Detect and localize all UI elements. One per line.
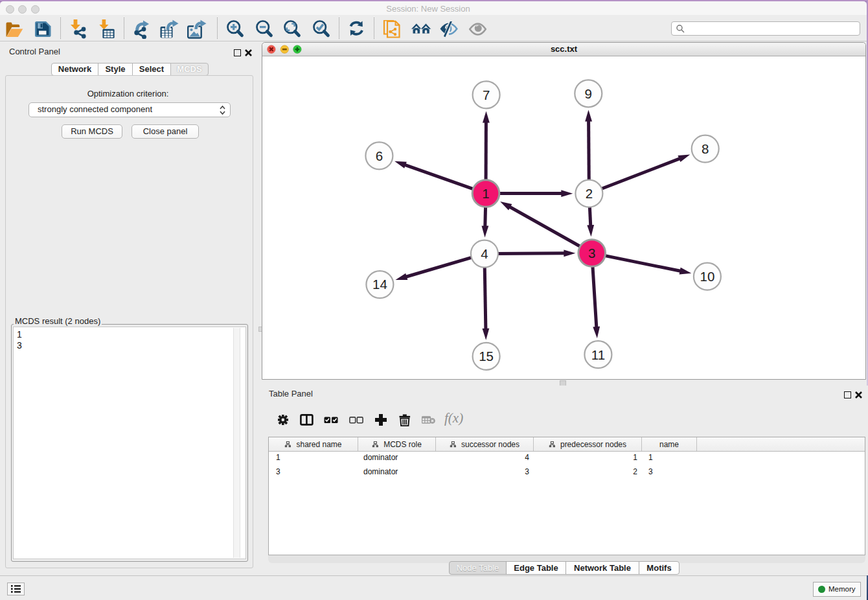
svg-text:3: 3 xyxy=(588,246,595,260)
svg-text:11: 11 xyxy=(591,347,605,362)
svg-text:4: 4 xyxy=(481,246,488,261)
svg-text:14: 14 xyxy=(372,277,387,292)
svg-text:2: 2 xyxy=(586,186,593,201)
svg-text:6: 6 xyxy=(376,148,383,163)
svg-text:8: 8 xyxy=(702,141,709,156)
svg-text:9: 9 xyxy=(585,86,592,101)
svg-text:7: 7 xyxy=(483,87,490,102)
svg-text:10: 10 xyxy=(700,269,714,284)
svg-text:15: 15 xyxy=(479,349,494,363)
svg-text:1: 1 xyxy=(482,186,489,201)
